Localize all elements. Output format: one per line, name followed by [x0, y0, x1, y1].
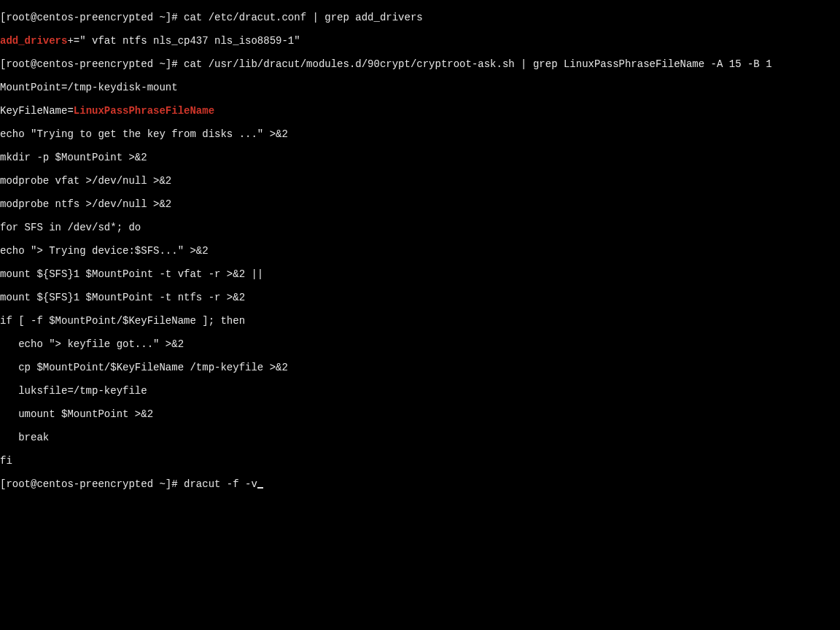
output-line: echo "> Trying device:$SFS..." >&2 [0, 245, 840, 257]
output-line: modprobe vfat >/dev/null >&2 [0, 175, 840, 187]
output-line: KeyFileName=LinuxPassPhraseFileName [0, 105, 840, 117]
output-line: mount ${SFS}1 $MountPoint -t ntfs -r >&2 [0, 292, 840, 303]
output-text: +=" vfat ntfs nls_cp437 nls_iso8859-1" [67, 35, 300, 47]
output-line: [root@centos-preencrypted ~]# cat /usr/l… [0, 58, 840, 70]
shell-prompt: [root@centos-preencrypted ~]# [0, 12, 184, 23]
output-line: fi [0, 455, 840, 467]
text-cursor [257, 487, 263, 489]
output-line: luksfile=/tmp-keyfile [0, 385, 840, 397]
terminal-window[interactable]: [root@centos-preencrypted ~]# cat /etc/d… [0, 0, 840, 630]
output-line: if [ -f $MountPoint/$KeyFileName ]; then [0, 315, 840, 327]
output-line: [root@centos-preencrypted ~]# cat /etc/d… [0, 12, 840, 23]
output-line: break [0, 432, 840, 443]
output-text: KeyFileName= [0, 105, 74, 117]
command-text: cat /etc/dracut.conf | grep add_drivers [184, 12, 423, 23]
output-line: umount $MountPoint >&2 [0, 408, 840, 420]
grep-match: LinuxPassPhraseFileName [74, 105, 214, 117]
output-line: echo "Trying to get the key from disks .… [0, 128, 840, 140]
command-input-line[interactable]: [root@centos-preencrypted ~]# dracut -f … [0, 478, 840, 490]
output-line: modprobe ntfs >/dev/null >&2 [0, 198, 840, 210]
command-text: dracut -f -v [184, 478, 257, 490]
shell-prompt: [root@centos-preencrypted ~]# [0, 478, 184, 490]
output-line: for SFS in /dev/sd*; do [0, 222, 840, 233]
output-line: cp $MountPoint/$KeyFileName /tmp-keyfile… [0, 362, 840, 373]
output-line: MountPoint=/tmp-keydisk-mount [0, 82, 840, 93]
output-line: add_drivers+=" vfat ntfs nls_cp437 nls_i… [0, 35, 840, 47]
grep-match: add_drivers [0, 35, 67, 47]
command-text: cat /usr/lib/dracut/modules.d/90crypt/cr… [184, 58, 772, 70]
output-line: echo "> keyfile got..." >&2 [0, 338, 840, 350]
output-line: mount ${SFS}1 $MountPoint -t vfat -r >&2… [0, 268, 840, 280]
shell-prompt: [root@centos-preencrypted ~]# [0, 58, 184, 70]
output-line: mkdir -p $MountPoint >&2 [0, 152, 840, 163]
